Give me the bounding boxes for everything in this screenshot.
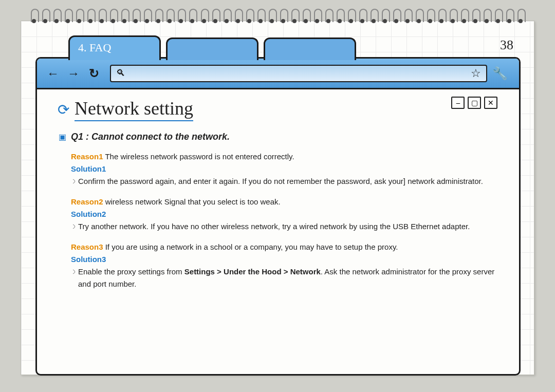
tab-label: 4. FAQ — [70, 37, 119, 59]
solution-text: Confirm the password again, and enter it… — [71, 175, 498, 188]
minimize-button[interactable]: ‒ — [451, 97, 465, 109]
reason-block-3: Reason3 If you are using a network in a … — [71, 241, 498, 290]
maximize-button[interactable]: ▢ — [468, 97, 481, 109]
reason-text: The wireless network password is not ent… — [105, 152, 294, 161]
faq-body: Reason1 The wireless network password is… — [71, 151, 498, 290]
solution-text: Try another network. If you have no othe… — [71, 220, 498, 233]
solution-text: Enable the proxy settings from Settings … — [71, 266, 498, 290]
forward-button[interactable]: → — [65, 65, 82, 82]
settings-button[interactable]: 🔧 — [491, 65, 509, 82]
reason-block-2: Reason2 wireless network Signal that you… — [71, 196, 498, 233]
reason-block-1: Reason1 The wireless network password is… — [71, 151, 498, 188]
browser-window: ← → ↻ 🔍︎ ☆ 🔧 ‒ ▢ ✕ ⟳ Network setting ▣ Q… — [35, 57, 521, 376]
faq-question: ▣ Q1 : Cannot connect to the network. — [58, 132, 498, 142]
address-bar[interactable]: 🔍︎ ☆ — [110, 65, 487, 82]
refresh-button[interactable]: ↻ — [85, 65, 103, 82]
solution-text-a: Enable the proxy settings from — [78, 267, 184, 276]
window-controls: ‒ ▢ ✕ — [451, 97, 497, 109]
reason-label: Reason3 — [71, 242, 103, 251]
back-button[interactable]: ← — [44, 65, 62, 82]
reason-text: wireless network Signal that you select … — [105, 197, 281, 206]
spiral-binding — [21, 10, 534, 29]
solution-label: Solution2 — [71, 208, 498, 220]
content: ‒ ▢ ✕ ⟳ Network setting ▣ Q1 : Cannot co… — [37, 89, 519, 309]
reason-text: If you are using a network in a school o… — [105, 242, 398, 251]
page-title: Network setting — [75, 98, 193, 121]
solution-label: Solution3 — [71, 253, 498, 266]
reason-label: Reason1 — [71, 152, 103, 161]
search-icon: 🔍︎ — [116, 68, 125, 79]
notebook-page: 38 4. FAQ ← → ↻ 🔍︎ ☆ 🔧 ‒ ▢ ✕ ⟳ — [21, 21, 534, 375]
tab-2[interactable] — [166, 38, 258, 60]
page-number: 38 — [500, 38, 513, 53]
close-button[interactable]: ✕ — [484, 97, 497, 109]
tab-3[interactable] — [264, 38, 356, 60]
bookmark-star-icon[interactable]: ☆ — [471, 67, 481, 80]
tab-faq[interactable]: 4. FAQ — [68, 35, 161, 60]
monitor-icon: ▣ — [58, 133, 67, 141]
globe-icon: ⟳ — [58, 101, 69, 118]
question-text: Q1 : Cannot connect to the network. — [71, 132, 230, 142]
solution-bold-path: Settings > Under the Hood > Network — [184, 267, 321, 276]
solution-label: Solution1 — [71, 163, 498, 175]
toolbar: ← → ↻ 🔍︎ ☆ 🔧 — [37, 59, 519, 89]
reason-label: Reason2 — [71, 197, 103, 206]
